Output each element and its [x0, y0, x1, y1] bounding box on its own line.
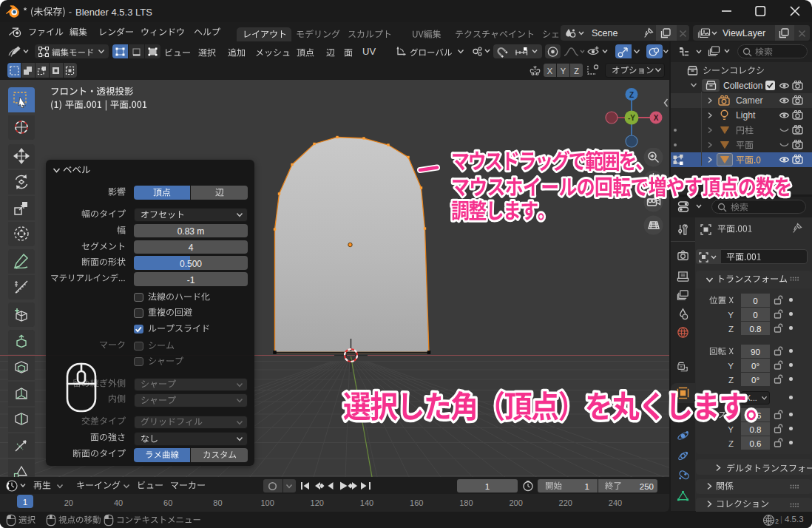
svg-text:Z: Z — [629, 91, 634, 99]
svg-text:X: X — [654, 114, 659, 122]
svg-text:-Y: -Y — [628, 114, 635, 122]
